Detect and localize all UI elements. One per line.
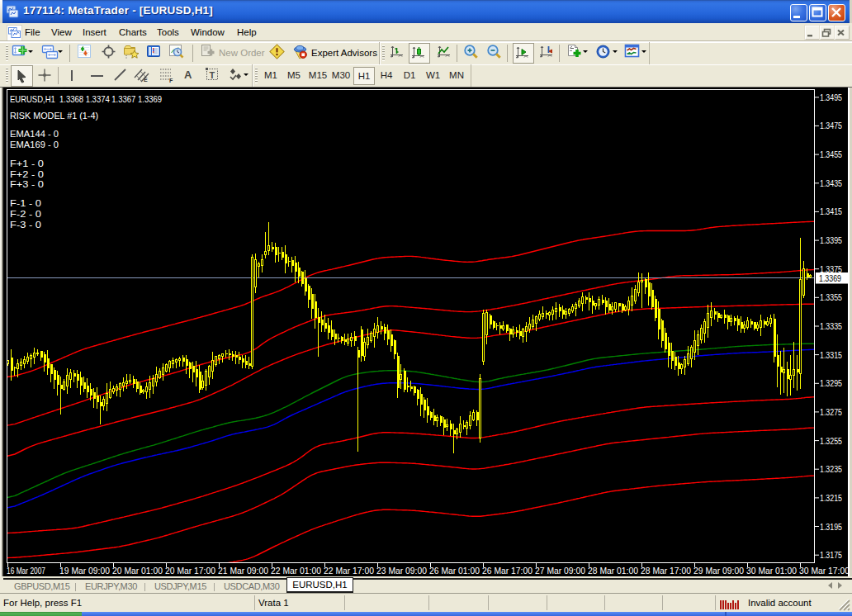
svg-text:1.3435: 1.3435 — [820, 178, 842, 188]
svg-text:F+1 - 0: F+1 - 0 — [10, 159, 44, 168]
svg-text:27 Mar 09:00: 27 Mar 09:00 — [535, 566, 585, 576]
svg-text:28 Mar 17:00: 28 Mar 17:00 — [641, 566, 691, 576]
svg-text:1.3195: 1.3195 — [820, 522, 842, 532]
svg-text:1.3415: 1.3415 — [820, 206, 842, 216]
svg-text:1.3355: 1.3355 — [820, 292, 842, 302]
svg-text:EMA169 - 0: EMA169 - 0 — [10, 140, 59, 149]
svg-text:1.3475: 1.3475 — [820, 121, 842, 130]
svg-text:1.3255: 1.3255 — [820, 436, 842, 446]
svg-text:23 Mar 09:00: 23 Mar 09:00 — [376, 566, 427, 576]
svg-text:22 Mar 17:00: 22 Mar 17:00 — [324, 566, 374, 576]
svg-text:F+3 - 0: F+3 - 0 — [10, 179, 44, 189]
svg-text:F-1 - 0: F-1 - 0 — [10, 198, 41, 208]
svg-text:1.3335: 1.3335 — [820, 321, 842, 331]
svg-text:1.3295: 1.3295 — [820, 378, 842, 388]
svg-text:1.3235: 1.3235 — [820, 464, 842, 474]
svg-text:16 Mar 2007: 16 Mar 2007 — [7, 566, 45, 576]
svg-text:F-2 - 0: F-2 - 0 — [10, 209, 41, 219]
svg-text:EMA144 - 0: EMA144 - 0 — [10, 129, 59, 139]
svg-text:1.3495: 1.3495 — [820, 92, 842, 102]
svg-text:1.3395: 1.3395 — [820, 235, 842, 245]
svg-text:26 Mar 01:00: 26 Mar 01:00 — [429, 566, 480, 576]
svg-text:1.3175: 1.3175 — [820, 550, 842, 560]
svg-text:26 Mar 17:00: 26 Mar 17:00 — [482, 566, 532, 576]
svg-text:21 Mar 09:00: 21 Mar 09:00 — [218, 566, 268, 576]
svg-text:1.3375: 1.3375 — [820, 264, 842, 274]
svg-text:30 Mar 01:00: 30 Mar 01:00 — [746, 566, 797, 576]
svg-text:29 Mar 09:00: 29 Mar 09:00 — [693, 566, 744, 576]
svg-text:1.3215: 1.3215 — [820, 493, 842, 503]
svg-text:1.3369: 1.3369 — [819, 273, 841, 283]
svg-text:22 Mar 01:00: 22 Mar 01:00 — [271, 566, 321, 576]
svg-text:20 Mar 17:00: 20 Mar 17:00 — [165, 566, 215, 576]
svg-text:1.3275: 1.3275 — [820, 407, 842, 417]
svg-text:28 Mar 01:00: 28 Mar 01:00 — [588, 566, 638, 576]
svg-text:F+2 - 0: F+2 - 0 — [10, 169, 44, 179]
svg-text:19 Mar 09:00: 19 Mar 09:00 — [59, 566, 110, 576]
svg-text:1.3455: 1.3455 — [820, 149, 842, 159]
svg-text:1.3315: 1.3315 — [820, 350, 842, 360]
svg-text:RISK MODEL #1 (1-4): RISK MODEL #1 (1-4) — [10, 111, 98, 121]
svg-text:EURUSD,H1 1.3368 1.3374 1.336: EURUSD,H1 1.3368 1.3374 1.3367 1.3369 — [10, 94, 162, 104]
svg-text:30 Mar 17:00: 30 Mar 17:00 — [799, 566, 850, 576]
svg-text:F-3 - 0: F-3 - 0 — [10, 220, 41, 230]
svg-text:20 Mar 01:00: 20 Mar 01:00 — [112, 566, 163, 576]
